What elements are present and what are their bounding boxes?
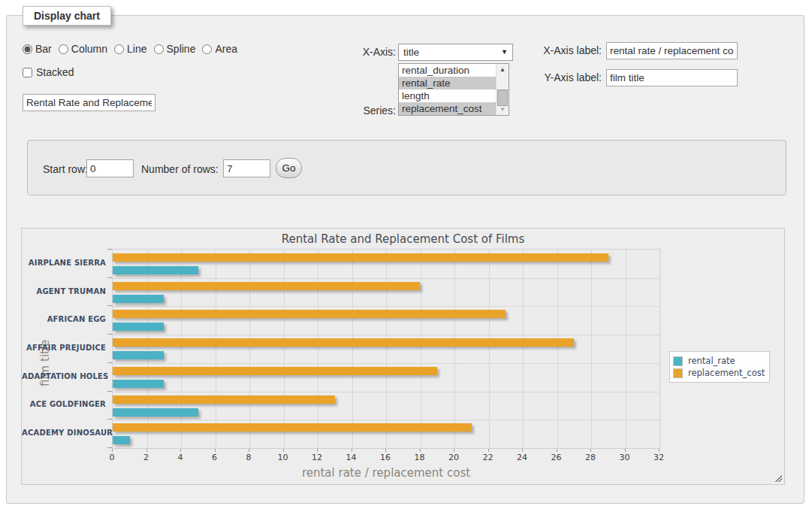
- go-button[interactable]: Go: [276, 158, 302, 178]
- chart-type-spline[interactable]: Spline: [154, 43, 196, 55]
- x-tick-mark: [557, 449, 557, 452]
- x-axis-select[interactable]: title ▼: [398, 44, 513, 61]
- legend-label-rental_rate: rental_rate: [688, 356, 735, 366]
- x-tick-label: 28: [579, 453, 602, 462]
- category-label: AFFAIR PREJUDICE: [22, 344, 106, 352]
- legend-item-rental_rate: rental_rate: [673, 356, 765, 366]
- chart-legend: rental_ratereplacement_cost: [669, 351, 770, 383]
- legend-swatch-replacement_cost: [673, 368, 683, 378]
- x-tick-label: 20: [442, 453, 465, 462]
- x-tick-mark: [215, 449, 216, 452]
- series-option-length[interactable]: length: [399, 89, 496, 102]
- y-axis-title-input[interactable]: [606, 69, 738, 86]
- chart-type-radio-area[interactable]: [202, 44, 212, 54]
- category-label: ADAPTATION HOLES: [22, 372, 106, 380]
- x-tick-label: 10: [272, 453, 294, 462]
- gridline-horizontal: [113, 335, 660, 335]
- series-option-rental_duration[interactable]: rental_duration: [399, 64, 496, 77]
- x-tick-mark: [317, 449, 318, 452]
- chart-container: Rental Rate and Replacement Cost of Film…: [21, 228, 785, 485]
- x-tick-label: 24: [511, 453, 533, 462]
- x-tick-label: 18: [409, 453, 431, 462]
- chart-type-label-area: Area: [215, 43, 237, 55]
- scroll-up-icon[interactable]: ▲: [497, 64, 509, 75]
- category-label: AIRPLANE SIERRA: [22, 259, 106, 267]
- chart-type-label-bar: Bar: [35, 43, 52, 55]
- stacked-option[interactable]: Stacked: [23, 66, 74, 78]
- x-tick-mark: [625, 449, 626, 452]
- page: { "panel": { "legend": "Display chart" }…: [0, 0, 812, 512]
- bar-replacement_cost: [113, 310, 506, 318]
- display-chart-panel: Display chart BarColumnLineSplineArea St…: [6, 15, 804, 504]
- y-tick-mark: [107, 305, 112, 306]
- y-tick-mark: [107, 362, 112, 363]
- gridline-vertical: [421, 250, 421, 448]
- num-rows-input[interactable]: [223, 159, 270, 177]
- series-option-replacement_cost[interactable]: replacement_cost: [399, 102, 496, 115]
- x-tick-label: 4: [169, 453, 192, 462]
- x-tick-label: 16: [374, 453, 397, 462]
- x-axis-selected-value: title: [403, 47, 419, 58]
- x-tick-mark: [146, 449, 147, 452]
- chart-type-group: BarColumnLineSplineArea: [23, 43, 237, 55]
- gridline-vertical: [454, 250, 455, 448]
- gridline-vertical: [386, 250, 387, 448]
- category-label: ACADEMY DINOSAUR: [22, 429, 106, 437]
- scroll-down-icon[interactable]: ▼: [497, 104, 509, 115]
- panel-legend: Display chart: [23, 6, 111, 26]
- bar-replacement_cost: [113, 395, 335, 404]
- bar-rental_rate: [113, 295, 164, 303]
- chart-type-bar[interactable]: Bar: [23, 43, 52, 55]
- chart-type-column[interactable]: Column: [59, 43, 107, 55]
- start-row-input[interactable]: [86, 159, 134, 177]
- stacked-checkbox[interactable]: [23, 68, 32, 77]
- x-tick-label: 30: [614, 453, 636, 462]
- chart-title-input[interactable]: [23, 94, 155, 111]
- x-tick-mark: [590, 449, 591, 452]
- x-tick-label: 26: [545, 453, 568, 462]
- x-tick-mark: [283, 449, 284, 452]
- gridline-horizontal: [113, 363, 660, 364]
- gridline-vertical: [352, 250, 353, 448]
- bar-rental_rate: [113, 408, 198, 417]
- x-tick-mark: [112, 449, 113, 452]
- x-axis-title-input[interactable]: [606, 42, 738, 59]
- gridline-vertical: [523, 250, 524, 448]
- chart-type-radio-line[interactable]: [114, 44, 124, 54]
- series-scrollbar[interactable]: ▲ ▼: [496, 64, 509, 115]
- chart-type-label-line: Line: [127, 43, 146, 55]
- x-tick-label: 32: [647, 453, 670, 462]
- x-tick-label: 8: [237, 453, 260, 462]
- chart-type-area[interactable]: Area: [202, 43, 237, 55]
- chevron-down-icon: ▼: [501, 48, 508, 56]
- x-tick-mark: [522, 449, 523, 452]
- x-tick-label: 22: [477, 453, 500, 462]
- gridline-vertical: [181, 250, 182, 448]
- chart-type-line[interactable]: Line: [114, 43, 146, 55]
- x-tick-label: 12: [306, 453, 328, 462]
- x-axis-select-label: X-Axis:: [321, 46, 396, 58]
- category-label: AGENT TRUMAN: [22, 287, 106, 295]
- gridline-vertical: [284, 250, 285, 448]
- bar-replacement_cost: [113, 282, 420, 290]
- legend-swatch-rental_rate: [673, 356, 683, 366]
- series-multiselect[interactable]: rental_durationrental_ratelengthreplacem…: [398, 63, 509, 116]
- y-axis-title-label: Y-Axis label:: [512, 71, 602, 83]
- x-tick-mark: [454, 449, 454, 452]
- gridline-horizontal: [113, 278, 660, 279]
- resize-handle-icon[interactable]: [774, 474, 782, 482]
- stacked-label: Stacked: [36, 66, 74, 78]
- bar-rental_rate: [113, 436, 130, 444]
- gridline-vertical: [147, 250, 148, 448]
- series-option-rental_rate[interactable]: rental_rate: [399, 77, 496, 89]
- gridline-vertical: [626, 250, 626, 448]
- category-label: ACE GOLDFINGER: [22, 400, 106, 408]
- x-tick-mark: [488, 449, 489, 452]
- gridline-horizontal: [113, 420, 660, 420]
- chart-type-radio-bar[interactable]: [23, 44, 32, 54]
- category-label: AFRICAN EGG: [22, 315, 106, 323]
- chart-type-radio-column[interactable]: [59, 44, 68, 54]
- x-tick-label: 0: [101, 453, 123, 462]
- y-tick-mark: [107, 249, 112, 250]
- chart-type-radio-spline[interactable]: [154, 44, 164, 54]
